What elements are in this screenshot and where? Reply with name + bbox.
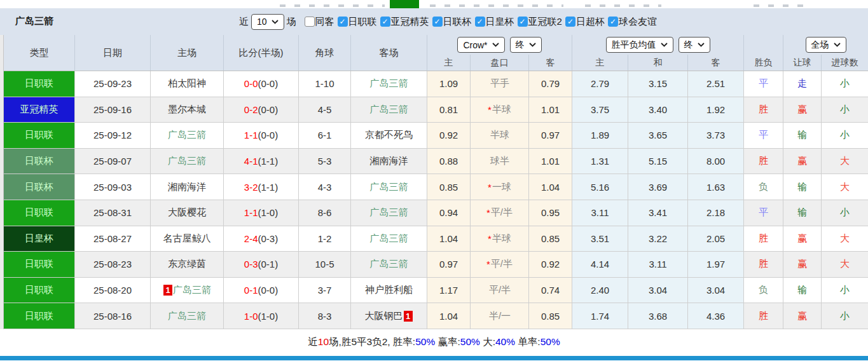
home-team-cell: 广岛三箭 xyxy=(151,303,224,329)
handicap-time-select[interactable]: 终 xyxy=(510,37,542,53)
away-team-name: 大阪钢巴 xyxy=(365,310,403,322)
table-body: 日职联 25-09-23 柏太阳神 0-0 (0-0) 1-10 广岛三箭 1.… xyxy=(4,71,868,329)
eu-away-odds: 1.97 xyxy=(688,252,744,277)
europe-time-select[interactable]: 终 xyxy=(679,37,710,53)
home-team-cell: 1 广岛三箭 xyxy=(151,278,224,303)
handicap-star: * xyxy=(488,104,492,115)
competition-checkbox[interactable]: ✓ xyxy=(608,17,618,27)
page-left-margin xyxy=(0,35,3,329)
competition-label[interactable]: 日超杯 xyxy=(576,16,605,28)
subheader-handicap: 盘口 xyxy=(471,55,529,71)
competition-label[interactable]: 日联杯 xyxy=(443,16,472,28)
corners-cell: 10-5 xyxy=(299,252,351,277)
table-row: 日职联 25-08-31 大阪樱花 1-1 (1-0) 8-6 广岛三箭 0.9… xyxy=(4,200,868,226)
score-cell: 2-4 (0-3) xyxy=(224,226,299,252)
eu-home-odds: 2.79 xyxy=(572,71,628,97)
handicap-line: 半/一 xyxy=(489,310,511,322)
col-header-away: 客场 xyxy=(351,35,427,71)
tab-text-fragment xyxy=(585,4,661,7)
competition-checkbox[interactable]: ✓ xyxy=(338,17,348,27)
eu-draw-odds: 3.41 xyxy=(628,200,688,226)
halftime-score: (0-1) xyxy=(258,259,279,269)
matches-table: 类型 日期 主场 比分(半场) 角球 客场 Crow* 终 胜平负均值 xyxy=(3,35,868,329)
score-cell: 4-1 (1-1) xyxy=(224,149,299,174)
competition-label[interactable]: 日皇杯 xyxy=(486,16,514,28)
competition-cell: 日职联 xyxy=(4,252,75,277)
eu-draw-odds: 3.40 xyxy=(628,97,688,123)
same-venue-label[interactable]: 同客 xyxy=(315,16,334,28)
competition-checkbox[interactable]: ✓ xyxy=(565,17,575,27)
fulltime-score: 0-0 xyxy=(244,78,258,89)
competition-cell: 亚冠精英 xyxy=(4,97,75,123)
home-team-cell: 广岛三箭 xyxy=(151,149,224,174)
handicap-line: 一球 xyxy=(492,181,511,193)
competition-checkbox[interactable]: ✓ xyxy=(380,17,390,27)
home-team-name: 柏太阳神 xyxy=(168,78,206,90)
ah-home-odds: 1.04 xyxy=(427,303,471,329)
handicap-result: 赢 xyxy=(783,303,822,329)
top-tab-strip xyxy=(0,0,868,8)
handicap-line: 平/半 xyxy=(491,258,513,270)
same-venue-checkbox[interactable] xyxy=(305,17,315,27)
handicap-line: 球半 xyxy=(490,155,509,167)
competition-checkbox[interactable]: ✓ xyxy=(518,17,528,27)
score-cell: 1-1 (1-0) xyxy=(224,200,299,226)
goals-result: 大 xyxy=(822,226,868,252)
table-row: 日联杯 25-09-03 湘南海洋 3-2 (1-1) 4-3 广岛三箭 0.8… xyxy=(4,174,868,200)
eu-draw-odds: 3.68 xyxy=(628,303,688,329)
home-team-name: 广岛三箭 xyxy=(168,129,206,141)
odds-company-select[interactable]: Crow* xyxy=(457,37,504,53)
competition-label[interactable]: 日职联 xyxy=(348,16,377,28)
competition-cell: 日职联 xyxy=(4,200,75,226)
scope-select[interactable]: 全场 xyxy=(806,37,846,53)
subheader-handicap-result: 让球 xyxy=(783,55,822,71)
competition-cell: 日职联 xyxy=(4,303,75,329)
ah-home-odds: 0.85 xyxy=(427,174,471,200)
competition-cell: 日职联 xyxy=(4,278,75,303)
eu-home-odds: 4.14 xyxy=(572,252,628,277)
eu-home-odds: 5.16 xyxy=(572,174,628,200)
competition-label[interactable]: 亚冠精英 xyxy=(391,16,429,28)
home-team-cell: 广岛三箭 xyxy=(151,123,224,148)
away-team-cell: 湘南海洋 xyxy=(351,149,427,174)
home-team-name: 广岛三箭 xyxy=(168,310,206,322)
competition-label[interactable]: 亚冠联2 xyxy=(528,16,562,28)
eu-away-odds: 3.04 xyxy=(688,278,744,303)
eu-away-odds: 1.92 xyxy=(688,97,744,123)
handicap-star: * xyxy=(486,207,490,218)
handicap-cell: 平/半 xyxy=(471,278,529,303)
eu-home-odds: 3.51 xyxy=(572,226,628,252)
corners-cell: 4-3 xyxy=(299,174,351,200)
tab-text-fragment xyxy=(754,4,811,7)
europe-source-select[interactable]: 胜平负均值 xyxy=(606,37,673,53)
eu-draw-odds: 3.11 xyxy=(628,252,688,277)
recent-count-select[interactable]: 10 xyxy=(251,14,284,30)
chevron-down-icon xyxy=(661,43,668,47)
away-team-cell: 大阪钢巴 1 xyxy=(351,303,427,329)
active-tab-fragment[interactable] xyxy=(390,0,419,8)
match-date: 25-08-31 xyxy=(75,200,151,226)
europe-odds-group: 胜平负均值 终 xyxy=(572,35,744,55)
wdl-result: 胜 xyxy=(744,303,783,329)
handicap-result: 赢 xyxy=(783,226,822,252)
ah-away-odds: 0.85 xyxy=(529,226,572,252)
goals-result: 小 xyxy=(822,200,868,226)
tab-text-fragment xyxy=(280,4,385,7)
eu-draw-odds: 3.69 xyxy=(628,174,688,200)
wdl-result: 平 xyxy=(744,200,783,226)
home-team-name: 湘南海洋 xyxy=(168,181,206,193)
home-team-cell: 东京绿茵 xyxy=(151,252,224,277)
competition-label[interactable]: 球会友谊 xyxy=(619,16,657,28)
home-team-name: 广岛三箭 xyxy=(173,284,211,296)
match-date: 25-08-27 xyxy=(75,226,151,252)
handicap-result: 赢 xyxy=(783,97,822,123)
fulltime-score: 0-1 xyxy=(244,285,258,296)
competition-checkbox[interactable]: ✓ xyxy=(475,17,485,27)
halftime-score: (0-0) xyxy=(258,104,279,115)
wdl-result: 胜 xyxy=(744,97,783,123)
goals-result: 小 xyxy=(822,97,868,123)
score-cell: 0-0 (0-0) xyxy=(224,71,299,97)
eu-away-odds: 2.51 xyxy=(688,71,744,97)
col-header-corners: 角球 xyxy=(299,35,351,71)
competition-checkbox[interactable]: ✓ xyxy=(432,17,443,27)
